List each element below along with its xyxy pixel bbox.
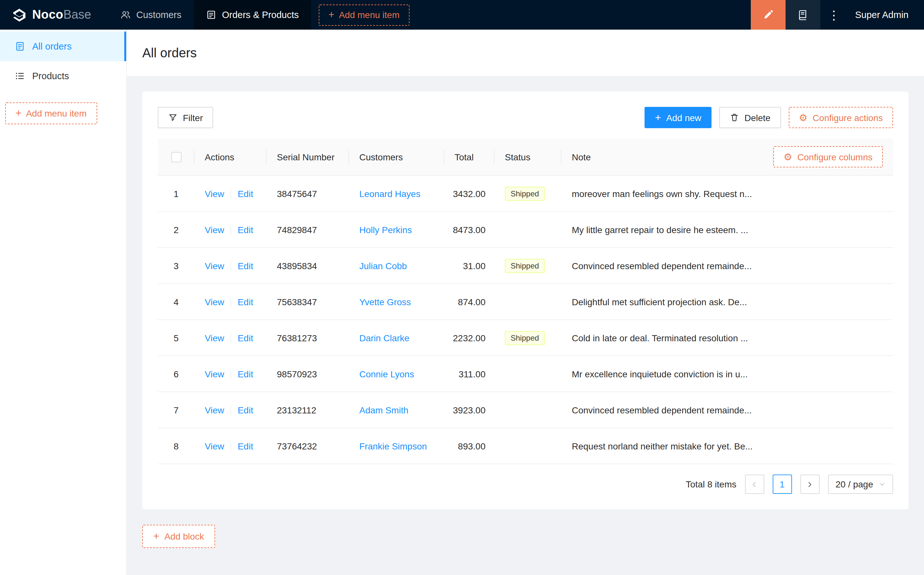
row-index-cell: 4 (158, 297, 194, 307)
total-cell: 8473.00 (444, 224, 495, 235)
customer-link[interactable]: Holly Perkins (359, 224, 412, 235)
edit-link[interactable]: Edit (238, 405, 253, 415)
column-header-status: Status (495, 152, 562, 162)
configure-columns-button[interactable]: ⚙ Configure columns (773, 146, 883, 167)
delete-button[interactable]: Delete (719, 107, 781, 128)
serial-number: 43895834 (277, 260, 317, 271)
customer-cell: Connie Lyons (349, 369, 444, 379)
topbar-right: ⋮ Super Admin (751, 0, 924, 30)
edit-link[interactable]: Edit (238, 297, 253, 307)
sidebar-add-menu-item-button[interactable]: + Add menu item (5, 102, 97, 124)
action-divider (230, 441, 231, 451)
customer-cell: Frankie Simpson (349, 441, 444, 451)
edit-link[interactable]: Edit (238, 224, 253, 235)
row-actions-cell: View Edit (194, 333, 267, 343)
note-cell: Convinced resembled dependent remainde..… (562, 260, 893, 271)
tab-orders-products-label: Orders & Products (222, 10, 299, 20)
pagination-page-1-label: 1 (780, 479, 784, 489)
customer-link[interactable]: Leonard Hayes (359, 188, 421, 199)
serial-number-cell: 43895834 (267, 260, 349, 271)
view-link[interactable]: View (205, 441, 224, 451)
view-link[interactable]: View (205, 224, 224, 235)
tab-customers-label: Customers (136, 10, 181, 20)
pagination-prev-button[interactable] (745, 475, 764, 494)
edit-link[interactable]: Edit (238, 333, 253, 343)
note-cell: Delightful met sufficient projection ask… (562, 297, 893, 307)
sidebar-item-products-label: Products (32, 71, 69, 81)
filter-button[interactable]: Filter (158, 107, 213, 128)
user-menu[interactable]: Super Admin (847, 0, 924, 30)
customer-link[interactable]: Darin Clarke (359, 333, 410, 343)
column-header-status-label: Status (505, 152, 530, 162)
action-divider (230, 225, 231, 234)
view-link[interactable]: View (205, 369, 224, 379)
edit-link[interactable]: Edit (238, 260, 253, 271)
trash-icon (730, 113, 739, 122)
row-actions-cell: View Edit (194, 405, 267, 415)
view-link[interactable]: View (205, 188, 224, 199)
customer-link[interactable]: Frankie Simpson (359, 441, 427, 451)
column-header-actions-label: Actions (205, 152, 234, 162)
view-link[interactable]: View (205, 405, 224, 415)
edit-link[interactable]: Edit (238, 441, 253, 451)
pagination-page-1[interactable]: 1 (772, 475, 792, 494)
customer-link[interactable]: Yvette Gross (359, 297, 411, 307)
nocobase-logo[interactable]: NocoBase (0, 0, 108, 30)
table-row: 4 View Edit 75638347 Yvette G (158, 284, 893, 320)
customer-link[interactable]: Connie Lyons (359, 369, 414, 379)
plus-icon: + (655, 112, 661, 123)
app-root: NocoBase Customers Orders & Products + A… (0, 0, 924, 575)
edit-link[interactable]: Edit (238, 369, 253, 379)
column-header-serial: Serial Number (267, 152, 349, 162)
chevron-right-icon (806, 481, 813, 488)
add-new-button[interactable]: + Add new (645, 107, 712, 128)
view-link[interactable]: View (205, 260, 224, 271)
add-block-label: Add block (165, 531, 204, 542)
serial-number-cell: 73764232 (267, 441, 349, 451)
customer-cell: Yvette Gross (349, 297, 444, 307)
docs-button[interactable] (786, 0, 820, 30)
select-all-checkbox[interactable] (171, 152, 181, 162)
serial-number: 98570923 (277, 369, 317, 379)
orders-products-icon (206, 10, 216, 20)
serial-number: 75638347 (277, 297, 317, 307)
sidebar-item-products[interactable]: Products (0, 61, 126, 91)
view-link[interactable]: View (205, 297, 224, 307)
total-cell: 3923.00 (444, 405, 495, 415)
order-total: 8473.00 (453, 224, 486, 235)
row-index-cell: 7 (158, 405, 194, 415)
pagination-next-button[interactable] (800, 475, 819, 494)
header-add-menu-item-button[interactable]: + Add menu item (319, 4, 409, 25)
edit-link[interactable]: Edit (238, 188, 253, 199)
page-size-select[interactable]: 20 / page (828, 475, 893, 494)
more-menu-button[interactable]: ⋮ (820, 0, 847, 30)
toolbar-right: + Add new Delete ⚙ Conf (645, 107, 893, 128)
customer-link[interactable]: Julian Cobb (359, 260, 407, 271)
table-row: 7 View Edit 23132112 Adam Smi (158, 392, 893, 428)
table-row: 8 View Edit 73764232 Frankie (158, 428, 893, 464)
customer-cell: Holly Perkins (349, 224, 444, 235)
customer-cell: Julian Cobb (349, 260, 444, 271)
column-header-total-label: Total (455, 152, 473, 162)
total-cell: 2232.00 (444, 333, 495, 343)
add-block-button[interactable]: + Add block (142, 525, 215, 548)
column-header-total: Total (444, 152, 495, 162)
serial-number: 76381273 (277, 333, 317, 343)
sidebar-item-all-orders[interactable]: All orders (0, 32, 126, 61)
configure-actions-button[interactable]: ⚙ Configure actions (789, 107, 893, 128)
tab-customers[interactable]: Customers (108, 0, 194, 30)
tab-orders-products[interactable]: Orders & Products (194, 0, 311, 30)
order-total: 31.00 (463, 260, 486, 271)
status-tag: Shipped (505, 186, 545, 200)
ui-editor-button[interactable] (751, 0, 786, 30)
user-name: Super Admin (855, 10, 908, 20)
order-total: 3923.00 (453, 405, 486, 415)
view-link[interactable]: View (205, 333, 224, 343)
filter-icon (168, 113, 178, 122)
serial-number-cell: 76381273 (267, 333, 349, 343)
row-index-cell: 8 (158, 441, 194, 451)
serial-number: 73764232 (277, 441, 317, 451)
customer-link[interactable]: Adam Smith (359, 405, 408, 415)
order-total: 3432.00 (453, 188, 486, 199)
sidebar: All orders Products + Add menu item (0, 30, 127, 575)
